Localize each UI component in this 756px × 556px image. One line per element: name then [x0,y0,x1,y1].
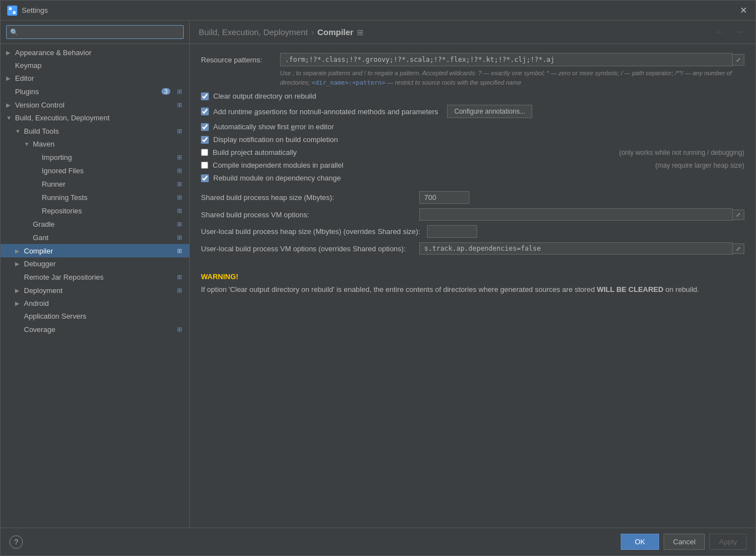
sidebar-item-label: Maven [33,140,184,148]
sidebar-item-label: Gant [33,233,173,242]
settings-icon: ⊞ [175,272,184,281]
sidebar-item-importing[interactable]: Importing ⊞ [1,150,189,164]
cancel-button[interactable]: Cancel [664,534,705,550]
settings-icon: ⊞ [175,166,184,175]
search-box: 🔍 [1,21,189,44]
help-button[interactable]: ? [9,535,23,549]
user-vm-input[interactable] [419,242,733,255]
sidebar-item-debugger[interactable]: ▶ Debugger [1,257,189,270]
sidebar-item-gradle[interactable]: Gradle ⊞ [1,217,189,231]
sidebar-item-android[interactable]: ▶ Android [1,297,189,310]
settings-icon: ⊞ [175,220,184,228]
resource-patterns-input[interactable] [280,53,733,66]
search-icon: 🔍 [10,28,18,36]
shared-vm-expand-button[interactable]: ⤢ [733,209,744,220]
settings-icon: ⊞ [175,206,184,215]
auto-show-error-checkbox[interactable] [201,123,209,131]
sidebar-item-runner[interactable]: Runner ⊞ [1,177,189,191]
app-icon [7,6,17,16]
user-heap-row: User-local build process heap size (Mbyt… [201,225,744,238]
settings-icon: ⊞ [175,126,184,135]
forward-button[interactable]: → [732,25,747,39]
settings-icon: ⊞ [175,246,184,255]
sidebar-item-label: Version Control [15,101,173,109]
settings-icon: ⊞ [175,233,184,242]
user-vm-expand-button[interactable]: ⤢ [733,243,744,254]
sidebar-item-keymap[interactable]: Keymap [1,59,189,72]
user-vm-wrapper: ⤢ [419,242,744,255]
resource-expand-button[interactable]: ⤢ [733,54,744,66]
footer-buttons: OK Cancel Apply [621,534,747,550]
sidebar-item-editor[interactable]: ▶ Editor [1,72,189,85]
sidebar-item-ignored-files[interactable]: Ignored Files ⊞ [1,164,189,177]
sidebar-item-deployment[interactable]: ▶ Deployment ⊞ [1,284,189,297]
sidebar-item-label: Compiler [24,247,173,255]
header-settings-icon[interactable]: ⊞ [357,28,364,37]
search-input[interactable] [6,25,184,39]
sidebar-item-running-tests[interactable]: Running Tests ⊞ [1,191,189,204]
rebuild-module-label: Rebuild module on dependency change [213,174,341,182]
main-panel: Build, Execution, Deployment › Compiler … [190,21,755,528]
settings-window: Settings ✕ 🔍 ▶ Appearance & Behavior [0,0,756,556]
sidebar-item-app-servers[interactable]: Application Servers [1,310,189,323]
sidebar-item-gant[interactable]: Gant ⊞ [1,231,189,244]
panel-header: Build, Execution, Deployment › Compiler … [190,21,755,44]
sidebar-item-coverage[interactable]: Coverage ⊞ [1,323,189,336]
sidebar-item-label: Ignored Files [42,167,173,175]
settings-icon: ⊞ [175,193,184,202]
apply-button[interactable]: Apply [709,534,747,550]
sidebar-item-label: Debugger [24,260,184,268]
settings-icon: ⊞ [175,87,184,96]
sidebar-item-repositories[interactable]: Repositories ⊞ [1,204,189,217]
build-auto-checkbox[interactable] [201,149,208,156]
add-runtime-checkbox[interactable] [201,108,209,115]
breadcrumb-parent: Build, Execution, Deployment [199,27,308,37]
user-vm-label: User-local build process VM options (ove… [201,245,413,253]
sidebar-item-maven[interactable]: ▼ Maven [1,138,189,150]
display-notification-checkbox[interactable] [201,136,209,144]
shared-vm-wrapper: ⤢ [419,208,744,221]
sidebar-item-plugins[interactable]: Plugins 3 ⊞ [1,85,189,98]
checkbox-clear-output: Clear output directory on rebuild [201,92,744,100]
resource-patterns-row: Resource patterns: ⤢ Use ; to separate p… [201,53,744,87]
breadcrumb: Build, Execution, Deployment › Compiler … [199,27,364,37]
sidebar-item-label: Running Tests [42,193,173,202]
checkbox-compile-parallel: Compile independent modules in parallel … [201,161,744,169]
checkbox-add-runtime: Add runtime assertions for notnull-annot… [201,105,744,118]
sidebar-item-label: Build Tools [24,127,173,135]
arrow-icon: ▶ [15,261,24,267]
clear-output-checkbox[interactable] [201,92,209,100]
nav-buttons: ← → [713,25,747,39]
warning-title: WARNING! [201,272,744,281]
panel-content: Resource patterns: ⤢ Use ; to separate p… [190,44,755,528]
sidebar-item-label: Gradle [33,220,173,228]
ok-button[interactable]: OK [621,534,659,550]
sidebar-item-build-tools[interactable]: ▼ Build Tools ⊞ [1,124,189,138]
shared-heap-input[interactable] [419,191,469,204]
sidebar-item-appearance[interactable]: ▶ Appearance & Behavior [1,46,189,59]
user-heap-label: User-local build process heap size (Mbyt… [201,227,420,236]
sidebar-tree: ▶ Appearance & Behavior Keymap ▶ Editor … [1,44,189,528]
sidebar-item-compiler[interactable]: ▶ Compiler ⊞ [1,244,189,257]
sidebar-item-label: Keymap [15,61,184,70]
sidebar-item-remote-jar[interactable]: Remote Jar Repositories ⊞ [1,270,189,284]
shared-heap-row: Shared build process heap size (Mbytes): [201,191,744,204]
shared-vm-input[interactable] [419,208,733,221]
compile-parallel-checkbox[interactable] [201,162,208,169]
sidebar-item-build-exec-deploy[interactable]: ▼ Build, Execution, Deployment [1,111,189,124]
build-auto-note: (only works while not running / debuggin… [619,149,744,157]
sidebar-item-version-control[interactable]: ▶ Version Control ⊞ [1,98,189,111]
shared-vm-row: Shared build process VM options: ⤢ [201,208,744,221]
build-auto-label: Build project automatically [213,148,297,157]
user-heap-input[interactable] [427,225,477,238]
footer: ? OK Cancel Apply [1,528,755,555]
sidebar-item-label: Editor [15,74,184,82]
rebuild-module-checkbox[interactable] [201,174,209,182]
configure-annotations-button[interactable]: Configure annotations... [447,105,532,118]
breadcrumb-current: Compiler [317,27,354,37]
svg-rect-3 [13,11,16,14]
sidebar-item-label: Remote Jar Repositories [24,273,173,281]
back-button[interactable]: ← [713,25,728,39]
close-button[interactable]: ✕ [738,5,749,16]
resource-patterns-hint: Use ; to separate patterns and ! to nega… [280,69,744,87]
